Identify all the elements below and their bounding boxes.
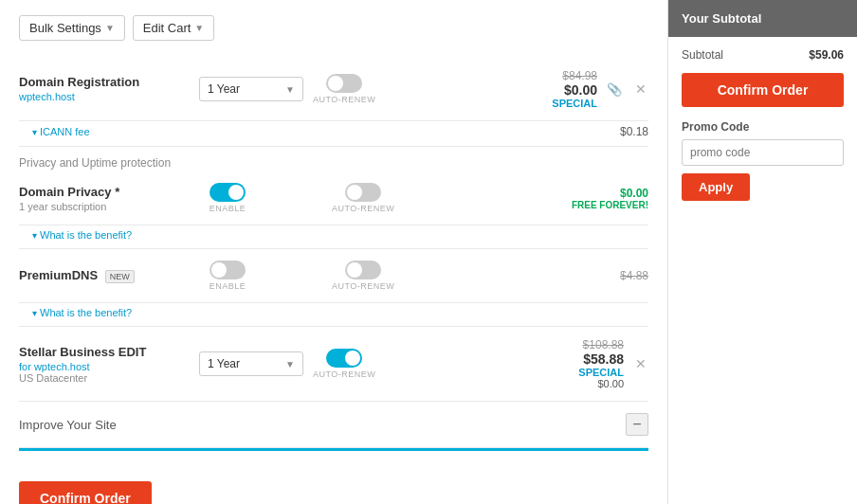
premium-dns-benefit-label: What is the benefit? xyxy=(40,307,132,318)
premium-dns-title: PremiumDNS NEW xyxy=(19,268,190,282)
domain-registration-info: Domain Registration wptech.host xyxy=(19,75,190,104)
stellar-business-datacenter: US Datacenter xyxy=(19,372,190,384)
domain-privacy-info: Domain Privacy * 1 year subscription xyxy=(19,185,190,212)
stellar-business-autorenew-toggle[interactable] xyxy=(326,349,362,368)
domain-privacy-autorenew-thumb xyxy=(347,185,362,200)
bottom-confirm-section: Confirm Order xyxy=(19,462,648,504)
stellar-business-row: Stellar Business EDIT for wptech.host US… xyxy=(19,327,648,402)
apply-promo-button[interactable]: Apply xyxy=(682,173,750,201)
stellar-business-title: Stellar Business EDIT xyxy=(19,345,190,359)
domain-registration-controls: 1 Year ▼ AUTO-RENEW xyxy=(199,74,502,104)
domain-privacy-benefit-row: ▾ What is the benefit? xyxy=(19,225,648,249)
bulk-settings-button[interactable]: Bulk Settings ▼ xyxy=(19,15,125,41)
icann-toggle[interactable]: ▾ ICANN fee xyxy=(32,126,90,137)
premium-dns-autorenew-thumb xyxy=(347,262,362,278)
stellar-business-term-value: 1 Year xyxy=(208,357,240,370)
stellar-business-price-group: $108.88 $58.88 SPECIAL $0.00 xyxy=(538,338,624,389)
clip-icon: 📎 xyxy=(607,82,622,97)
domain-privacy-free-label: FREE FOREVER! xyxy=(572,200,648,210)
stellar-business-autorenew-group: AUTO-RENEW xyxy=(313,349,375,379)
domain-privacy-subtitle: 1 year subscription xyxy=(19,201,190,212)
stellar-business-price-original: $108.88 xyxy=(583,338,624,351)
confirm-order-button-sidebar[interactable]: Confirm Order xyxy=(682,73,844,107)
bulk-settings-label: Bulk Settings xyxy=(29,21,101,35)
promo-label: Promo Code xyxy=(682,120,844,134)
stellar-term-caret-icon: ▼ xyxy=(285,359,295,369)
icann-price: $0.18 xyxy=(620,125,648,138)
confirm-order-button-main[interactable]: Confirm Order xyxy=(19,481,152,504)
premium-dns-price-striked: $4.88 xyxy=(620,269,648,282)
domain-registration-price-new: $0.00 xyxy=(564,82,597,98)
premium-dns-benefit-toggle[interactable]: ▾ What is the benefit? xyxy=(32,307,648,318)
domain-privacy-price-group: $0.00 FREE FOREVER! xyxy=(563,187,648,210)
domain-privacy-enable-toggle[interactable] xyxy=(210,183,246,202)
bulk-settings-caret-icon: ▼ xyxy=(105,23,115,33)
stellar-business-edit-link[interactable]: EDIT xyxy=(119,345,147,359)
domain-registration-autorenew-thumb xyxy=(328,76,343,91)
domain-privacy-benefit-label: What is the benefit? xyxy=(40,229,132,241)
domain-registration-price-special: SPECIAL xyxy=(552,98,597,109)
stellar-business-remove-icon[interactable]: ✕ xyxy=(633,354,648,373)
domain-privacy-enable-label: ENABLE xyxy=(210,204,246,213)
domain-privacy-benefit-toggle[interactable]: ▾ What is the benefit? xyxy=(32,229,648,241)
premium-dns-controls: ENABLE AUTO-RENEW xyxy=(199,261,554,291)
premium-dns-row: PremiumDNS NEW ENABLE AUTO-RENEW xyxy=(19,249,648,303)
domain-registration-link[interactable]: wptech.host xyxy=(19,91,190,102)
premium-dns-autorenew-group: AUTO-RENEW xyxy=(332,261,394,291)
premium-dns-badge: NEW xyxy=(105,270,135,283)
domain-registration-row: Domain Registration wptech.host 1 Year ▼… xyxy=(19,58,648,121)
subtotal-line: Subtotal $59.06 xyxy=(682,48,844,62)
domain-privacy-title: Domain Privacy * xyxy=(19,185,190,199)
stellar-business-for: for wptech.host xyxy=(19,361,190,372)
domain-registration-autorenew-group: AUTO-RENEW xyxy=(313,74,375,104)
premium-dns-enable-toggle[interactable] xyxy=(210,261,246,279)
promo-code-input[interactable] xyxy=(682,139,844,166)
domain-registration-autorenew-label: AUTO-RENEW xyxy=(313,95,375,104)
stellar-business-autorenew-label: AUTO-RENEW xyxy=(313,369,375,379)
premium-dns-info: PremiumDNS NEW xyxy=(19,268,190,284)
edit-cart-caret-icon: ▼ xyxy=(194,23,204,33)
improve-site-row: Improve Your Site − xyxy=(19,402,648,448)
domain-privacy-enable-group: ENABLE xyxy=(199,183,256,213)
improve-site-title: Improve Your Site xyxy=(19,418,117,432)
domain-privacy-autorenew-group: AUTO-RENEW xyxy=(332,183,394,213)
premium-dns-price-group: $4.88 xyxy=(563,269,648,282)
domain-privacy-autorenew-toggle[interactable] xyxy=(345,183,381,202)
icann-row: ▾ ICANN fee $0.18 xyxy=(19,121,648,147)
domain-registration-term-value: 1 Year xyxy=(208,82,240,96)
stellar-business-autorenew-thumb xyxy=(345,351,360,366)
premium-dns-enable-label: ENABLE xyxy=(210,281,246,291)
domain-registration-price-group: $84.98 $0.00 SPECIAL xyxy=(512,69,597,109)
stellar-business-price-special: SPECIAL xyxy=(578,367,624,378)
stellar-business-controls: 1 Year ▼ AUTO-RENEW xyxy=(199,349,529,379)
edit-cart-label: Edit Cart xyxy=(143,21,191,35)
domain-registration-remove-icon[interactable]: ✕ xyxy=(633,80,648,99)
edit-cart-button[interactable]: Edit Cart ▼ xyxy=(133,15,214,41)
domain-privacy-row: Domain Privacy * 1 year subscription ENA… xyxy=(19,171,648,225)
subtotal-value: $59.06 xyxy=(809,48,844,62)
premium-dns-enable-thumb xyxy=(211,262,227,278)
domain-privacy-autorenew-label: AUTO-RENEW xyxy=(332,204,394,213)
privacy-section-header: Privacy and Uptime protection xyxy=(19,147,648,171)
domain-term-caret-icon: ▼ xyxy=(285,84,295,95)
stellar-business-term-dropdown[interactable]: 1 Year ▼ xyxy=(199,351,303,376)
stellar-business-price-sub: $0.00 xyxy=(597,378,624,389)
sidebar: Your Subtotal Subtotal $59.06 Confirm Or… xyxy=(667,0,857,504)
improve-site-collapse-button[interactable]: − xyxy=(626,413,648,436)
domain-privacy-enable-thumb xyxy=(228,185,244,200)
stellar-business-info: Stellar Business EDIT for wptech.host US… xyxy=(19,345,190,384)
premium-dns-benefit-row: ▾ What is the benefit? xyxy=(19,303,648,327)
sidebar-body: Subtotal $59.06 Confirm Order Promo Code… xyxy=(668,37,857,212)
sidebar-header: Your Subtotal xyxy=(668,0,857,37)
benefit-chevron-icon: ▾ xyxy=(32,230,37,241)
blue-divider xyxy=(19,448,648,451)
domain-registration-autorenew-toggle[interactable] xyxy=(326,74,362,93)
domain-registration-term-dropdown[interactable]: 1 Year ▼ xyxy=(199,77,303,101)
subtotal-label: Subtotal xyxy=(682,48,723,62)
domain-registration-price-original: $84.98 xyxy=(562,69,597,82)
stellar-business-price-new: $58.88 xyxy=(583,351,624,367)
premium-dns-enable-group: ENABLE xyxy=(199,261,256,291)
premium-dns-autorenew-label: AUTO-RENEW xyxy=(332,281,394,291)
icann-label: ICANN fee xyxy=(40,126,90,137)
premium-dns-autorenew-toggle[interactable] xyxy=(345,261,381,279)
